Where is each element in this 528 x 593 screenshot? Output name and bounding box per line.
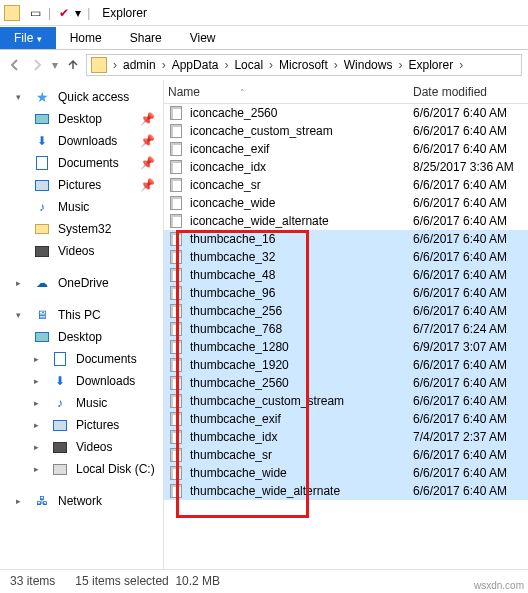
tab-file[interactable]: File ▾ bbox=[0, 27, 56, 49]
tab-share[interactable]: Share bbox=[116, 27, 176, 49]
file-row[interactable]: iconcache_25606/6/2017 6:40 AM bbox=[164, 104, 528, 122]
watermark: wsxdn.com bbox=[474, 580, 524, 591]
expand-caret-icon[interactable]: ▸ bbox=[16, 496, 26, 506]
file-row[interactable]: thumbcache_166/6/2017 6:40 AM bbox=[164, 230, 528, 248]
download-icon: ⬇ bbox=[34, 133, 50, 149]
nav-back-button[interactable] bbox=[6, 56, 24, 74]
sidebar-item-system32[interactable]: System32 bbox=[0, 218, 163, 240]
breadcrumb-item[interactable]: Explorer bbox=[404, 58, 457, 72]
file-row[interactable]: iconcache_wide6/6/2017 6:40 AM bbox=[164, 194, 528, 212]
file-row[interactable]: thumbcache_326/6/2017 6:40 AM bbox=[164, 248, 528, 266]
file-row[interactable]: thumbcache_2566/6/2017 6:40 AM bbox=[164, 302, 528, 320]
file-row[interactable]: thumbcache_25606/6/2017 6:40 AM bbox=[164, 374, 528, 392]
file-icon bbox=[168, 141, 184, 157]
sidebar-item-pictures[interactable]: Pictures📌 bbox=[0, 174, 163, 196]
sidebar-item-videos[interactable]: Videos bbox=[0, 240, 163, 262]
expand-caret-icon[interactable]: ▸ bbox=[34, 420, 44, 430]
breadcrumb-item[interactable]: Windows bbox=[340, 58, 397, 72]
file-row[interactable]: thumbcache_wide6/6/2017 6:40 AM bbox=[164, 464, 528, 482]
pictures-icon bbox=[34, 177, 50, 193]
sidebar-item-pc-music[interactable]: ▸♪Music bbox=[0, 392, 163, 414]
file-row[interactable]: thumbcache_19206/6/2017 6:40 AM bbox=[164, 356, 528, 374]
file-icon bbox=[168, 159, 184, 175]
file-icon bbox=[168, 105, 184, 121]
file-date: 6/6/2017 6:40 AM bbox=[413, 178, 507, 192]
file-row[interactable]: iconcache_custom_stream6/6/2017 6:40 AM bbox=[164, 122, 528, 140]
sidebar-item-quick-access[interactable]: ▾ ★ Quick access bbox=[0, 86, 163, 108]
chevron-right-icon[interactable]: › bbox=[111, 58, 119, 72]
sort-indicator-icon: ˄ bbox=[240, 88, 245, 98]
file-date: 6/6/2017 6:40 AM bbox=[413, 124, 507, 138]
file-row[interactable]: iconcache_idx8/25/2017 3:36 AM bbox=[164, 158, 528, 176]
breadcrumb[interactable]: › admin› AppData› Local› Microsoft› Wind… bbox=[86, 54, 522, 76]
column-header-date[interactable]: Date modified bbox=[413, 85, 523, 99]
file-row[interactable]: iconcache_sr6/6/2017 6:40 AM bbox=[164, 176, 528, 194]
column-header-name[interactable]: Name˄ bbox=[168, 85, 413, 99]
nav-history-dropdown[interactable]: ▾ bbox=[50, 56, 60, 74]
sidebar-item-desktop[interactable]: Desktop📌 bbox=[0, 108, 163, 130]
chevron-right-icon[interactable]: › bbox=[396, 58, 404, 72]
nav-forward-button[interactable] bbox=[28, 56, 46, 74]
qat-dropdown-icon[interactable]: ▾ bbox=[73, 6, 83, 20]
expand-caret-icon[interactable]: ▸ bbox=[34, 376, 44, 386]
chevron-right-icon[interactable]: › bbox=[332, 58, 340, 72]
breadcrumb-item[interactable]: Local bbox=[230, 58, 267, 72]
sidebar-item-downloads[interactable]: ⬇Downloads📌 bbox=[0, 130, 163, 152]
file-row[interactable]: thumbcache_7686/7/2017 6:24 AM bbox=[164, 320, 528, 338]
expand-caret-icon[interactable]: ▸ bbox=[34, 398, 44, 408]
file-row[interactable]: thumbcache_custom_stream6/6/2017 6:40 AM bbox=[164, 392, 528, 410]
sidebar-item-pc-documents[interactable]: ▸Documents bbox=[0, 348, 163, 370]
breadcrumb-item[interactable]: AppData bbox=[168, 58, 223, 72]
file-date: 6/6/2017 6:40 AM bbox=[413, 142, 507, 156]
file-row[interactable]: thumbcache_12806/9/2017 3:07 AM bbox=[164, 338, 528, 356]
cloud-icon: ☁ bbox=[34, 275, 50, 291]
breadcrumb-item[interactable]: Microsoft bbox=[275, 58, 332, 72]
main-panel: ▾ ★ Quick access Desktop📌 ⬇Downloads📌 Do… bbox=[0, 80, 528, 569]
expand-caret-icon[interactable]: ▸ bbox=[34, 354, 44, 364]
sidebar-item-pc-pictures[interactable]: ▸Pictures bbox=[0, 414, 163, 436]
file-icon bbox=[168, 177, 184, 193]
chevron-right-icon[interactable]: › bbox=[457, 58, 465, 72]
qat-checkmark-icon[interactable]: ✔ bbox=[55, 6, 73, 20]
expand-caret-icon[interactable]: ▾ bbox=[16, 310, 26, 320]
file-row[interactable]: thumbcache_sr6/6/2017 6:40 AM bbox=[164, 446, 528, 464]
sidebar-item-this-pc[interactable]: ▾🖥This PC bbox=[0, 304, 163, 326]
expand-caret-icon[interactable]: ▸ bbox=[34, 442, 44, 452]
tab-view[interactable]: View bbox=[176, 27, 230, 49]
qat-properties-icon[interactable]: ▭ bbox=[26, 6, 44, 20]
chevron-right-icon[interactable]: › bbox=[160, 58, 168, 72]
sidebar-item-pc-desktop[interactable]: Desktop bbox=[0, 326, 163, 348]
tab-home[interactable]: Home bbox=[56, 27, 116, 49]
file-row[interactable]: thumbcache_wide_alternate6/6/2017 6:40 A… bbox=[164, 482, 528, 500]
file-row[interactable]: thumbcache_exif6/6/2017 6:40 AM bbox=[164, 410, 528, 428]
sidebar-item-network[interactable]: ▸🖧Network bbox=[0, 490, 163, 512]
file-icon bbox=[168, 303, 184, 319]
nav-up-button[interactable] bbox=[64, 56, 82, 74]
sidebar-item-onedrive[interactable]: ▸☁OneDrive bbox=[0, 272, 163, 294]
expand-caret-icon[interactable]: ▾ bbox=[16, 92, 26, 102]
expand-caret-icon[interactable]: ▸ bbox=[34, 464, 44, 474]
file-date: 6/6/2017 6:40 AM bbox=[413, 106, 507, 120]
file-row[interactable]: thumbcache_idx7/4/2017 2:37 AM bbox=[164, 428, 528, 446]
desktop-icon bbox=[34, 329, 50, 345]
expand-caret-icon[interactable]: ▸ bbox=[16, 278, 26, 288]
file-row[interactable]: iconcache_exif6/6/2017 6:40 AM bbox=[164, 140, 528, 158]
file-name: thumbcache_1920 bbox=[190, 358, 413, 372]
breadcrumb-item[interactable]: admin bbox=[119, 58, 160, 72]
sidebar-item-pc-videos[interactable]: ▸Videos bbox=[0, 436, 163, 458]
file-date: 7/4/2017 2:37 AM bbox=[413, 430, 507, 444]
music-icon: ♪ bbox=[52, 395, 68, 411]
file-row[interactable]: iconcache_wide_alternate6/6/2017 6:40 AM bbox=[164, 212, 528, 230]
pc-icon: 🖥 bbox=[34, 307, 50, 323]
file-date: 6/6/2017 6:40 AM bbox=[413, 196, 507, 210]
sidebar-item-pc-downloads[interactable]: ▸⬇Downloads bbox=[0, 370, 163, 392]
sidebar-item-music[interactable]: ♪Music bbox=[0, 196, 163, 218]
file-row[interactable]: thumbcache_966/6/2017 6:40 AM bbox=[164, 284, 528, 302]
file-row[interactable]: thumbcache_486/6/2017 6:40 AM bbox=[164, 266, 528, 284]
file-date: 6/6/2017 6:40 AM bbox=[413, 304, 507, 318]
chevron-right-icon[interactable]: › bbox=[222, 58, 230, 72]
sidebar-item-local-disk[interactable]: ▸Local Disk (C:) bbox=[0, 458, 163, 480]
desktop-icon bbox=[34, 111, 50, 127]
sidebar-item-documents[interactable]: Documents📌 bbox=[0, 152, 163, 174]
chevron-right-icon[interactable]: › bbox=[267, 58, 275, 72]
